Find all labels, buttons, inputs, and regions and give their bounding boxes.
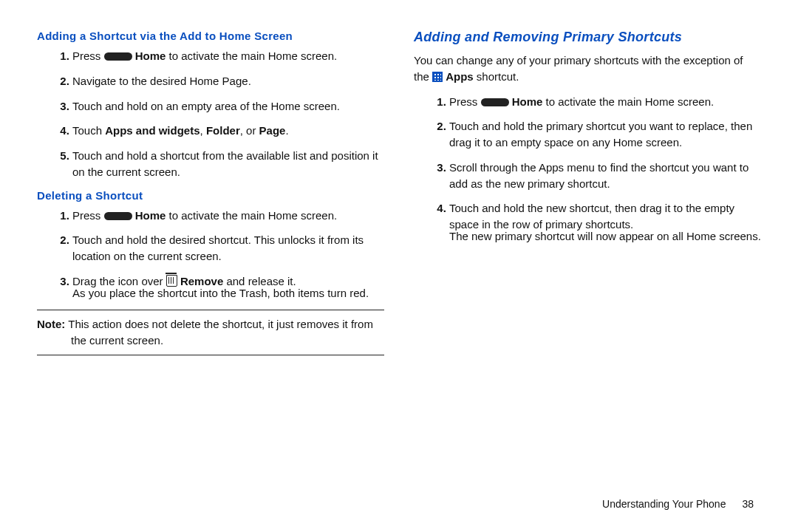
- step-text: Touch and hold on an empty area of the H…: [72, 100, 340, 112]
- step: Press Home to activate the main Home scr…: [72, 48, 384, 64]
- text: Touch: [72, 124, 105, 137]
- step-subtext: As you place the shortcut into the Trash…: [72, 285, 384, 301]
- note-body: Note: This action does not delete the sh…: [37, 316, 384, 349]
- step: Touch Apps and widgets, Folder, or Page.: [72, 123, 384, 139]
- list-primary-shortcuts: Press Home to activate the main Home scr…: [414, 94, 761, 245]
- text: to activate the main Home screen.: [166, 50, 337, 62]
- home-key-icon: [481, 98, 509, 106]
- right-column: Adding and Removing Primary Shortcuts Yo…: [414, 30, 761, 476]
- text: Press: [72, 50, 104, 62]
- home-label: Home: [135, 209, 166, 222]
- footer-page-number: 38: [742, 498, 754, 510]
- step-text: Scroll through the Apps menu to find the…: [449, 161, 748, 190]
- step: Touch and hold the primary shortcut you …: [449, 118, 761, 151]
- step-text: Touch and hold the new shortcut, then dr…: [449, 202, 734, 231]
- step: Touch and hold on an empty area of the H…: [72, 98, 384, 115]
- page-footer: Understanding Your Phone38: [37, 476, 761, 510]
- step: Touch and hold the new shortcut, then dr…: [449, 200, 761, 244]
- footer-section: Understanding Your Phone: [602, 498, 726, 510]
- list-delete-shortcut: Press Home to activate the main Home scr…: [37, 208, 384, 301]
- bold-text: Folder: [206, 124, 240, 137]
- bold-text: Apps and widgets: [105, 124, 200, 137]
- text: Press: [72, 209, 104, 222]
- step-text: Navigate to the desired Home Page.: [72, 75, 251, 87]
- two-column-layout: Adding a Shortcut via the Add to Home Sc…: [37, 30, 761, 476]
- step: Drag the icon over Remove and release it…: [72, 273, 384, 301]
- manual-page: Adding a Shortcut via the Add to Home Sc…: [0, 0, 798, 532]
- step: Touch and hold the desired shortcut. Thi…: [72, 232, 384, 265]
- list-add-shortcut: Press Home to activate the main Home scr…: [37, 48, 384, 180]
- bold-text: Page: [259, 124, 286, 137]
- text: shortcut.: [474, 70, 519, 83]
- text: ,: [200, 124, 206, 137]
- note-label: Note:: [37, 318, 65, 330]
- step-text: Touch and hold the desired shortcut. Thi…: [72, 233, 364, 262]
- intro-paragraph: You can change any of your primary short…: [414, 52, 761, 85]
- home-key-icon: [104, 212, 132, 220]
- heading-add-shortcut: Adding a Shortcut via the Add to Home Sc…: [37, 30, 384, 42]
- step: Navigate to the desired Home Page.: [72, 73, 384, 89]
- text: to activate the main Home screen.: [166, 209, 337, 222]
- text: Press: [449, 95, 481, 108]
- note-text: This action does not delete the shortcut…: [65, 318, 373, 347]
- heading-delete-shortcut: Deleting a Shortcut: [37, 189, 384, 202]
- step-subtext: The new primary shortcut will now appear…: [449, 228, 761, 245]
- step-text: Press Home to activate the main Home scr…: [72, 50, 337, 62]
- home-key-icon: [104, 52, 132, 61]
- step-text: Touch and hold a shortcut from the avail…: [72, 149, 378, 178]
- step: Press Home to activate the main Home scr…: [449, 94, 761, 110]
- heading-primary-shortcuts: Adding and Removing Primary Shortcuts: [414, 30, 761, 45]
- text: , or: [240, 124, 259, 137]
- apps-icon: [432, 72, 443, 82]
- step-text: Touch and hold the primary shortcut you …: [449, 120, 752, 149]
- step: Touch and hold a shortcut from the avail…: [72, 148, 384, 180]
- text: to activate the main Home screen.: [542, 95, 714, 108]
- home-label: Home: [135, 50, 166, 62]
- left-column: Adding a Shortcut via the Add to Home Sc…: [37, 30, 384, 476]
- trash-icon: [166, 275, 177, 287]
- note-block: Note: This action does not delete the sh…: [37, 310, 384, 355]
- home-label: Home: [512, 95, 543, 108]
- text: .: [285, 124, 288, 137]
- step: Scroll through the Apps menu to find the…: [449, 160, 761, 192]
- bold-text: Apps: [446, 70, 474, 83]
- step: Press Home to activate the main Home scr…: [72, 208, 384, 224]
